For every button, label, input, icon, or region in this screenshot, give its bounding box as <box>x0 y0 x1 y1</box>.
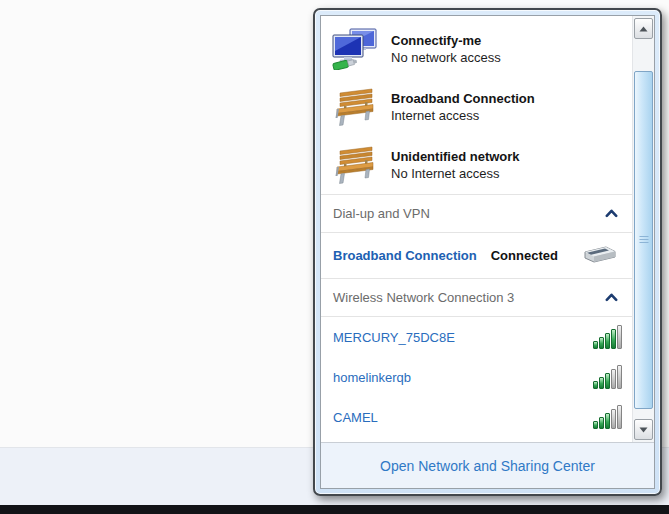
section-label: Wireless Network Connection 3 <box>333 290 514 305</box>
taskbar-edge <box>0 505 669 514</box>
wifi-network-row[interactable]: homelinkerqb <box>321 357 632 397</box>
wifi-network-row[interactable]: CAMEL <box>321 397 632 437</box>
network-name: Broadband Connection <box>391 91 535 106</box>
network-flyout-inner: Connectify-me No network access <box>320 15 655 489</box>
chevron-up-icon[interactable] <box>605 206 618 221</box>
multi-network-icon <box>331 27 379 71</box>
dialup-connection-row[interactable]: Broadband Connection Connected <box>321 233 632 278</box>
network-list: Connectify-me No network access <box>321 16 632 437</box>
signal-strength-icon <box>593 325 622 349</box>
public-network-bench-icon <box>331 143 379 187</box>
vertical-scrollbar[interactable] <box>632 16 654 442</box>
network-item-unidentified[interactable]: Unidentified network No Internet access <box>321 136 632 194</box>
signal-strength-icon <box>593 405 622 429</box>
network-status: No Internet access <box>391 166 520 181</box>
wifi-network-row[interactable]: MERCURY_75DC8E <box>321 317 632 357</box>
signal-strength-icon <box>593 365 622 389</box>
network-name: Unidentified network <box>391 149 520 164</box>
public-network-bench-icon <box>331 85 379 129</box>
network-name: Connectify-me <box>391 33 501 48</box>
section-label: Dial-up and VPN <box>333 206 430 221</box>
network-list-viewport: Connectify-me No network access <box>321 16 654 442</box>
network-status: Internet access <box>391 108 535 123</box>
network-status: No network access <box>391 50 501 65</box>
dialup-connection-name[interactable]: Broadband Connection <box>333 248 477 263</box>
scroll-up-button[interactable] <box>634 18 653 39</box>
network-flyout-panel: Connectify-me No network access <box>313 8 662 496</box>
chevron-up-icon[interactable] <box>605 290 618 305</box>
network-item-connectify[interactable]: Connectify-me No network access <box>321 20 632 78</box>
wifi-ssid[interactable]: homelinkerqb <box>333 370 411 385</box>
scroll-down-button[interactable] <box>634 419 653 440</box>
flyout-footer: Open Network and Sharing Center <box>321 442 654 488</box>
open-network-sharing-center-link[interactable]: Open Network and Sharing Center <box>380 458 595 474</box>
scrollbar-thumb[interactable] <box>634 71 653 409</box>
section-header-dialup[interactable]: Dial-up and VPN <box>321 194 632 233</box>
wifi-ssid[interactable]: CAMEL <box>333 410 378 425</box>
modem-icon <box>582 243 618 269</box>
dialup-connection-status: Connected <box>491 248 558 263</box>
network-item-broadband[interactable]: Broadband Connection Internet access <box>321 78 632 136</box>
wifi-ssid[interactable]: MERCURY_75DC8E <box>333 330 455 345</box>
section-header-wireless[interactable]: Wireless Network Connection 3 <box>321 278 632 317</box>
